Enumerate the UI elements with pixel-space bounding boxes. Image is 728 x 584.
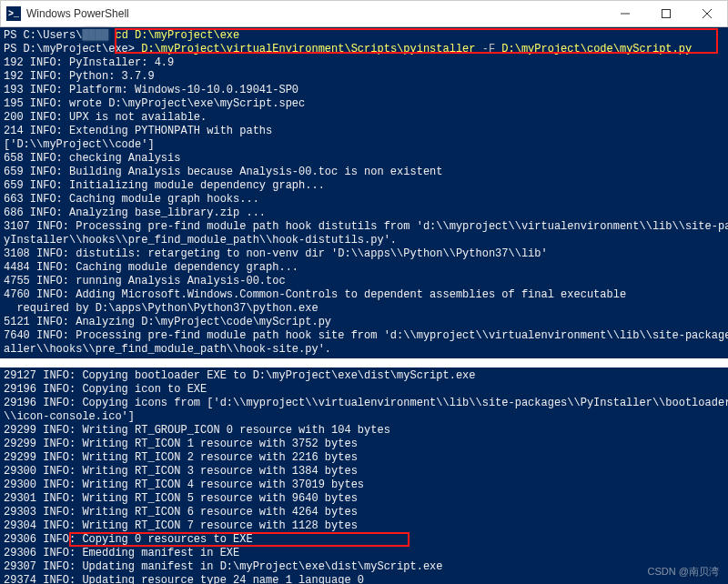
output-line: 214 INFO: Extending PYTHONPATH with path… <box>4 125 724 138</box>
output-line: 29301 INFO: Writing RT_ICON 5 resource w… <box>4 492 724 506</box>
output-line: 193 INFO: Platform: Windows-10-10.0.1904… <box>4 84 724 97</box>
maximize-button[interactable] <box>645 0 686 27</box>
output-line: \\icon-console.ico'] <box>4 410 724 424</box>
close-button[interactable] <box>686 0 727 27</box>
output-line: 29304 INFO: Writing RT_ICON 7 resource w… <box>4 519 724 533</box>
command-cd: cd D:\myProject\exe <box>115 29 239 42</box>
command-flag: -F <box>476 43 502 55</box>
output-line: yInstaller\\hooks\\pre_find_module_path\… <box>4 234 724 247</box>
svg-rect-1 <box>662 10 670 18</box>
output-line: 686 INFO: Analyzing base_library.zip ... <box>4 206 724 220</box>
blurred-username: ████ <box>82 29 108 42</box>
output-line: 29127 INFO: Copying bootloader EXE to D:… <box>4 369 724 383</box>
output-line: 195 INFO: wrote D:\myProject\exe\myScrip… <box>4 97 724 111</box>
prompt-line-2: PS D:\myProject\exe> D:\myProject\virtua… <box>4 43 724 56</box>
command-pyinstaller: D:\myProject\virtualEnvironment\Scripts\… <box>141 43 475 55</box>
output-line: 29303 INFO: Writing RT_ICON 6 resource w… <box>4 506 724 519</box>
output-line: ['D:\\myProject\\code'] <box>4 138 724 152</box>
powershell-icon-glyph: >_ <box>8 9 19 19</box>
powershell-icon: >_ <box>6 6 21 21</box>
window-titlebar: >_ Windows PowerShell <box>0 0 728 27</box>
output-line: 4760 INFO: Adding Microsoft.Windows.Comm… <box>4 288 724 302</box>
output-line: 3108 INFO: distutils: retargeting to non… <box>4 247 724 261</box>
watermark: CSDN @南贝湾 <box>648 566 719 579</box>
output-line: 29196 INFO: Copying icon to EXE <box>4 383 724 397</box>
output-line: 29307 INFO: Updating manifest in D:\myPr… <box>4 560 724 574</box>
output-line: 4484 INFO: Caching module dependency gra… <box>4 261 724 275</box>
window-controls <box>604 0 727 27</box>
screenshot-gap <box>0 358 728 368</box>
output-line: 29300 INFO: Writing RT_ICON 4 resource w… <box>4 478 724 492</box>
output-line: 29306 INFO: Emedding manifest in EXE <box>4 547 724 560</box>
command-arg: D:\myProject\code\myScript.py <box>501 43 692 55</box>
output-line: 29299 INFO: Writing RT_GROUP_ICON 0 reso… <box>4 424 724 438</box>
minimize-button[interactable] <box>604 0 645 27</box>
output-line: 7640 INFO: Processing pre-find module pa… <box>4 329 724 343</box>
prompt-prefix: PS C:\Users\ <box>4 29 82 42</box>
output-line: 663 INFO: Caching module graph hooks... <box>4 193 724 206</box>
output-line: 192 INFO: Python: 3.7.9 <box>4 70 724 84</box>
output-line: 192 INFO: PyInstaller: 4.9 <box>4 56 724 70</box>
prompt-line-1: PS C:\Users\████ cd D:\myProject\exe <box>4 29 724 43</box>
output-line: 29374 INFO: Updating resource type 24 na… <box>4 574 724 584</box>
output-line: 4755 INFO: running Analysis Analysis-00.… <box>4 275 724 288</box>
prompt-prefix: PS D:\myProject\exe> <box>4 43 141 55</box>
output-line: 659 INFO: Initializing module dependency… <box>4 179 724 193</box>
output-line: 5121 INFO: Analyzing D:\myProject\code\m… <box>4 316 724 329</box>
window-title: Windows PowerShell <box>26 7 604 20</box>
output-line: 659 INFO: Building Analysis because Anal… <box>4 166 724 179</box>
output-line: 29196 INFO: Copying icons from ['d:\\myp… <box>4 397 724 410</box>
output-line: 29299 INFO: Writing RT_ICON 2 resource w… <box>4 451 724 465</box>
console-output[interactable]: PS C:\Users\████ cd D:\myProject\exe PS … <box>0 27 728 584</box>
output-line: 29299 INFO: Writing RT_ICON 1 resource w… <box>4 438 724 451</box>
output-line: 29306 INFO: Copying 0 resources to EXE <box>4 533 724 547</box>
output-line: 3107 INFO: Processing pre-find module pa… <box>4 220 724 234</box>
output-line: 200 INFO: UPX is not available. <box>4 111 724 125</box>
output-line: required by D:\apps\Python\Python37\pyth… <box>4 302 724 316</box>
output-line: 658 INFO: checking Analysis <box>4 152 724 166</box>
output-line: aller\\hooks\\pre_find_module_path\\hook… <box>4 343 724 357</box>
output-line: 29300 INFO: Writing RT_ICON 3 resource w… <box>4 465 724 478</box>
